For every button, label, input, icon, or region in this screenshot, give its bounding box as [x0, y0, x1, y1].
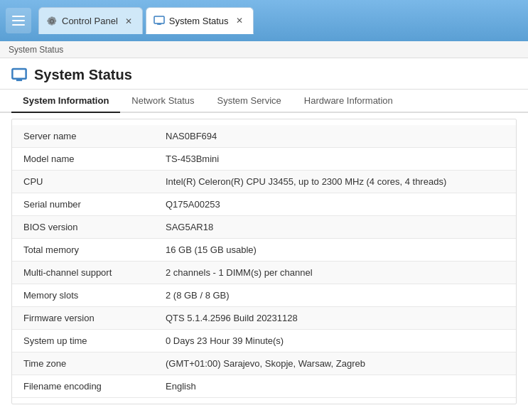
nav-tabs: System Information Network Status System…: [0, 90, 528, 113]
table-row: Multi-channel support2 channels - 1 DIMM…: [12, 262, 516, 284]
monitor-icon: [153, 15, 165, 26]
breadcrumb: System Status: [0, 41, 528, 58]
table-row: Filename encodingEnglish: [12, 375, 516, 398]
row-label: Multi-channel support: [12, 262, 154, 284]
row-value: NAS0BF694: [154, 125, 516, 148]
row-label: Model name: [12, 148, 154, 171]
row-value: Q175A00253: [154, 193, 516, 216]
row-value: 0 Days 23 Hour 39 Minute(s): [154, 330, 516, 352]
row-value: 2 channels - 1 DIMM(s) per channel: [154, 262, 516, 284]
row-label: CPU: [12, 171, 154, 193]
row-label: Total memory: [12, 239, 154, 262]
table-row: Serial numberQ175A00253: [12, 193, 516, 216]
row-label: Firmware version: [12, 307, 154, 330]
page-monitor-icon: [11, 68, 27, 83]
row-value: QTS 5.1.4.2596 Build 20231128: [154, 307, 516, 330]
row-value: TS-453Bmini: [154, 148, 516, 171]
table-row: Server nameNAS0BF694: [12, 125, 516, 148]
svg-rect-3: [12, 69, 26, 79]
table-row: Firmware versionQTS 5.1.4.2596 Build 202…: [12, 307, 516, 330]
tab-control-panel-label: Control Panel: [62, 16, 118, 26]
table-row: System up time0 Days 23 Hour 39 Minute(s…: [12, 330, 516, 352]
row-value: 2 (8 GB / 8 GB): [154, 284, 516, 307]
page-title: System Status: [34, 67, 132, 83]
nav-tab-hardware-info[interactable]: Hardware Information: [293, 90, 404, 113]
table-row: BIOS versionSAG5AR18: [12, 216, 516, 239]
row-label: Filename encoding: [12, 375, 154, 398]
row-label: Serial number: [12, 193, 154, 216]
table-row: CPUIntel(R) Celeron(R) CPU J3455, up to …: [12, 171, 516, 193]
gear-icon: [46, 16, 58, 27]
hamburger-button[interactable]: [6, 8, 31, 33]
title-bar: Control Panel ✕ System Status ✕: [0, 0, 528, 41]
system-info-table: Server nameNAS0BF694Model nameTS-453Bmin…: [12, 125, 516, 398]
row-value: 16 GB (15 GB usable): [154, 239, 516, 262]
nav-tab-network-status[interactable]: Network Status: [120, 90, 205, 113]
row-label: Time zone: [12, 352, 154, 375]
table-row: Memory slots2 (8 GB / 8 GB): [12, 284, 516, 307]
system-info-section: Server nameNAS0BF694Model nameTS-453Bmin…: [0, 113, 528, 410]
table-row: Total memory16 GB (15 GB usable): [12, 239, 516, 262]
system-info-table-container: Server nameNAS0BF694Model nameTS-453Bmin…: [11, 119, 517, 404]
row-value: SAG5AR18: [154, 216, 516, 239]
nav-tab-system-service[interactable]: System Service: [206, 90, 293, 113]
row-value: Intel(R) Celeron(R) CPU J3455, up to 230…: [154, 171, 516, 193]
row-label: BIOS version: [12, 216, 154, 239]
page-header: System Status: [0, 58, 528, 90]
tab-system-status[interactable]: System Status ✕: [146, 7, 254, 34]
table-row: Model nameTS-453Bmini: [12, 148, 516, 171]
tab-system-status-close[interactable]: ✕: [233, 14, 246, 27]
tab-control-panel[interactable]: Control Panel ✕: [38, 7, 143, 34]
svg-rect-0: [154, 16, 164, 23]
row-label: Memory slots: [12, 284, 154, 307]
tab-system-status-label: System Status: [169, 16, 229, 26]
row-label: Server name: [12, 125, 154, 148]
tab-control-panel-close[interactable]: ✕: [122, 15, 135, 28]
nav-tab-system-info[interactable]: System Information: [11, 90, 120, 113]
row-value: English: [154, 375, 516, 398]
row-value: (GMT+01:00) Sarajevo, Skopje, Warsaw, Za…: [154, 352, 516, 375]
table-row: Time zone(GMT+01:00) Sarajevo, Skopje, W…: [12, 352, 516, 375]
row-label: System up time: [12, 330, 154, 352]
